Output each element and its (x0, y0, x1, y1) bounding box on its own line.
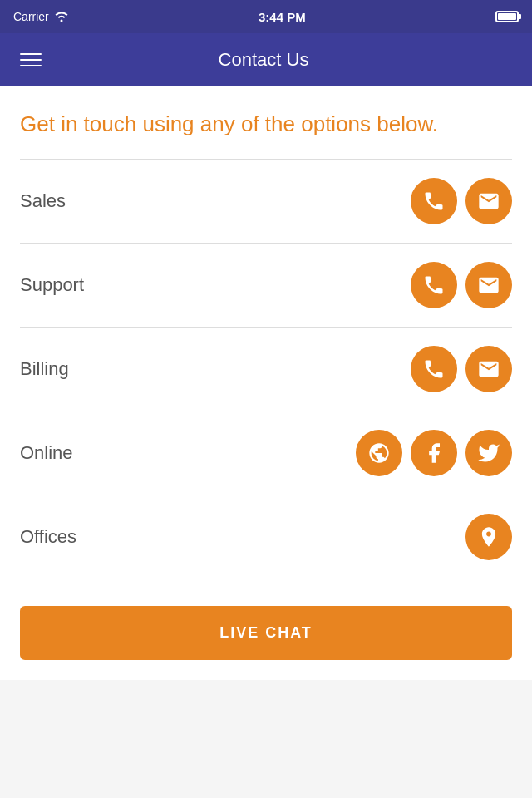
contact-icons-online (356, 430, 512, 476)
nav-bar: Contact Us (0, 33, 532, 86)
status-bar-left: Carrier (13, 10, 69, 23)
phone-icon (422, 190, 446, 213)
status-bar-right (495, 11, 519, 22)
contact-label-billing: Billing (20, 358, 69, 380)
support-phone-button[interactable] (411, 262, 457, 308)
contact-label-support: Support (20, 274, 84, 296)
wifi-icon (54, 11, 69, 22)
contact-icons-offices (466, 514, 512, 560)
contact-icons-support (411, 262, 512, 308)
carrier-label: Carrier (13, 10, 49, 23)
intro-text: Get in touch using any of the options be… (20, 110, 512, 139)
contact-row-online: Online (20, 411, 512, 495)
contact-label-sales: Sales (20, 190, 66, 212)
contact-list: Sales Support (20, 159, 512, 579)
status-bar: Carrier 3:44 PM (0, 0, 532, 33)
contact-label-online: Online (20, 442, 73, 464)
hamburger-line-1 (20, 53, 42, 55)
contact-icons-billing (411, 346, 512, 392)
main-content: Get in touch using any of the options be… (0, 86, 532, 579)
status-time: 3:44 PM (259, 10, 306, 24)
email-icon (477, 190, 500, 213)
email-icon (477, 273, 500, 297)
location-icon (477, 525, 500, 549)
twitter-icon (477, 441, 500, 465)
contact-row-sales: Sales (20, 160, 512, 244)
sales-phone-button[interactable] (411, 178, 457, 224)
page-title: Contact Us (45, 49, 482, 71)
contact-row-offices: Offices (20, 495, 512, 579)
contact-icons-sales (411, 178, 512, 224)
facebook-icon (422, 441, 446, 465)
globe-icon (367, 441, 391, 465)
hamburger-menu[interactable] (17, 50, 45, 70)
sales-email-button[interactable] (466, 178, 512, 224)
online-globe-button[interactable] (356, 430, 402, 476)
contact-label-offices: Offices (20, 526, 76, 548)
phone-icon (422, 357, 446, 381)
contact-row-support: Support (20, 244, 512, 328)
billing-email-button[interactable] (466, 346, 512, 392)
hamburger-line-2 (20, 59, 42, 61)
hamburger-line-3 (20, 65, 42, 66)
email-icon (477, 357, 500, 381)
billing-phone-button[interactable] (411, 346, 457, 392)
offices-location-button[interactable] (466, 514, 512, 560)
live-chat-button[interactable]: LIVE CHAT (20, 606, 512, 660)
support-email-button[interactable] (466, 262, 512, 308)
online-twitter-button[interactable] (466, 430, 512, 476)
online-facebook-button[interactable] (411, 430, 457, 476)
live-chat-section: LIVE CHAT (0, 579, 532, 680)
phone-icon (422, 273, 446, 297)
contact-row-billing: Billing (20, 328, 512, 411)
battery-icon (495, 11, 519, 22)
